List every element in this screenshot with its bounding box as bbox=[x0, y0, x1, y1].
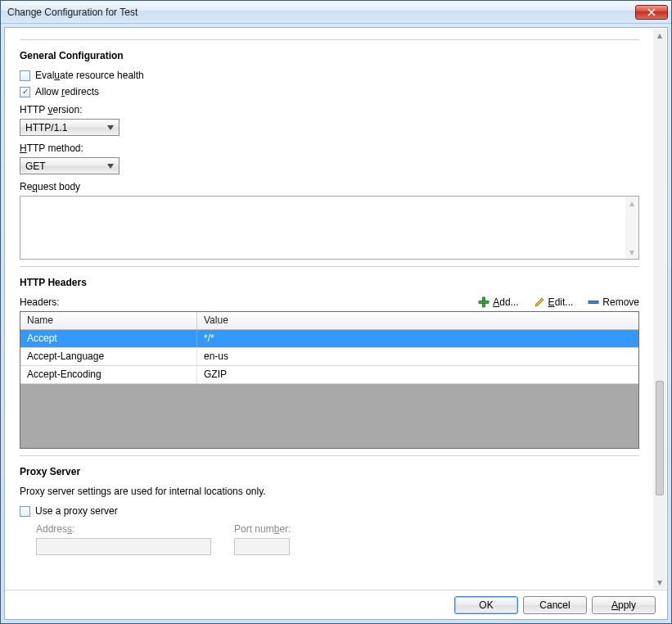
http-method-value: GET bbox=[25, 161, 104, 172]
dialog-window: Change Configuration for Test General Co… bbox=[0, 0, 672, 624]
svg-rect-2 bbox=[589, 301, 598, 304]
section-title-headers: HTTP Headers bbox=[20, 277, 639, 288]
evaluate-health-checkbox[interactable] bbox=[20, 70, 30, 81]
use-proxy-label: Use a proxy server bbox=[35, 505, 118, 517]
table-row[interactable]: Accept-EncodingGZIP bbox=[20, 366, 638, 384]
request-body-field-wrap: ▴ ▾ bbox=[20, 196, 639, 260]
allow-redirects-label: Allow redirects bbox=[35, 86, 99, 97]
scrollbar-thumb[interactable] bbox=[656, 381, 664, 495]
add-header-button[interactable]: Add... bbox=[478, 296, 518, 308]
ok-button[interactable]: OK bbox=[454, 596, 518, 614]
table-row[interactable]: Accept-Languageen-us bbox=[20, 348, 638, 366]
scroll-down-icon: ▾ bbox=[625, 246, 638, 259]
divider bbox=[20, 266, 639, 267]
table-row[interactable]: Accept*/* bbox=[20, 330, 638, 348]
http-version-label: HTTP version: bbox=[20, 104, 639, 115]
textarea-scrollbar[interactable]: ▴ ▾ bbox=[625, 197, 638, 259]
edit-header-button[interactable]: Edit... bbox=[534, 296, 574, 308]
divider bbox=[20, 39, 639, 40]
scroll-up-icon: ▴ bbox=[653, 29, 666, 42]
add-label: Add... bbox=[493, 296, 518, 308]
client-area: General Configuration Evaluate resource … bbox=[4, 27, 668, 620]
evaluate-health-label: Evaluate resource health bbox=[35, 70, 144, 81]
cancel-button[interactable]: Cancel bbox=[523, 596, 587, 614]
svg-rect-1 bbox=[479, 301, 489, 304]
proxy-port-input[interactable] bbox=[234, 538, 290, 555]
remove-header-button[interactable]: Remove bbox=[588, 296, 639, 308]
http-version-select[interactable]: HTTP/1.1 bbox=[20, 119, 120, 136]
remove-label: Remove bbox=[602, 296, 639, 308]
request-body-label: Request body bbox=[20, 181, 639, 192]
titlebar: Change Configuration for Test bbox=[1, 1, 671, 24]
chevron-down-icon bbox=[104, 120, 117, 135]
cell-value: */* bbox=[197, 330, 638, 347]
section-title-general: General Configuration bbox=[20, 50, 639, 61]
cell-name: Accept-Language bbox=[20, 348, 197, 365]
table-body: Accept*/*Accept-Languageen-usAccept-Enco… bbox=[20, 330, 638, 384]
col-name[interactable]: Name bbox=[20, 312, 197, 329]
edit-label: Edit... bbox=[548, 296, 574, 308]
cell-name: Accept-Encoding bbox=[20, 366, 197, 383]
pencil-icon bbox=[534, 296, 545, 308]
apply-button[interactable]: Apply bbox=[592, 596, 656, 614]
use-proxy-checkbox[interactable] bbox=[20, 506, 30, 517]
cell-value: GZIP bbox=[197, 366, 638, 383]
divider bbox=[20, 455, 639, 456]
headers-table: Name Value Accept*/*Accept-Languageen-us… bbox=[20, 311, 639, 449]
vertical-scrollbar[interactable]: ▴ ▾ bbox=[653, 29, 666, 589]
scroll-down-icon: ▾ bbox=[653, 576, 666, 589]
proxy-address-label: Address: bbox=[36, 523, 211, 535]
table-header: Name Value bbox=[20, 312, 638, 330]
dialog-footer: OK Cancel Apply bbox=[5, 590, 667, 619]
window-close-button[interactable] bbox=[635, 5, 668, 20]
window-title: Change Configuration for Test bbox=[7, 7, 635, 18]
minus-icon bbox=[588, 296, 599, 308]
scroll-up-icon: ▴ bbox=[625, 197, 638, 210]
http-method-label: HTTP method: bbox=[20, 142, 639, 154]
cell-name: Accept bbox=[20, 330, 197, 347]
cell-value: en-us bbox=[197, 348, 638, 365]
proxy-description: Proxy server settings are used for inter… bbox=[20, 486, 639, 497]
section-title-proxy: Proxy Server bbox=[20, 466, 639, 477]
request-body-textarea[interactable] bbox=[20, 197, 625, 259]
chevron-down-icon bbox=[104, 158, 117, 174]
proxy-address-input[interactable] bbox=[36, 538, 211, 555]
scroll-area: General Configuration Evaluate resource … bbox=[5, 28, 667, 590]
http-version-value: HTTP/1.1 bbox=[25, 122, 104, 133]
allow-redirects-checkbox[interactable] bbox=[20, 87, 30, 97]
headers-list-label: Headers: bbox=[20, 296, 60, 308]
close-icon bbox=[647, 8, 656, 16]
http-method-select[interactable]: GET bbox=[20, 157, 120, 174]
plus-icon bbox=[478, 296, 489, 308]
col-value[interactable]: Value bbox=[197, 312, 638, 329]
proxy-port-label: Port number: bbox=[234, 523, 291, 535]
